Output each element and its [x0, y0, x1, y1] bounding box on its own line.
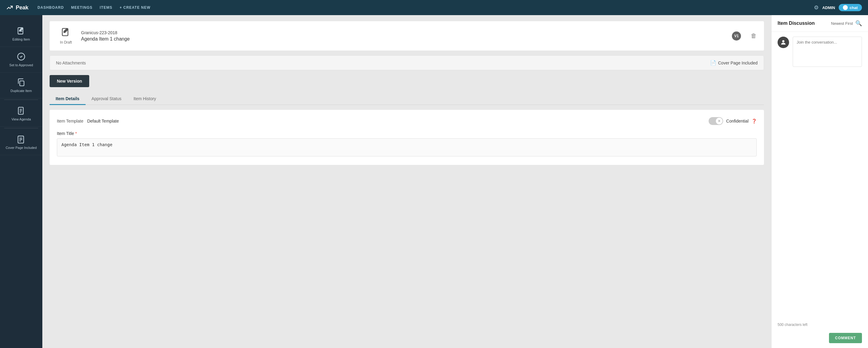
item-status: In Draft [57, 40, 75, 45]
template-row: Item Template Default Template ✕ Confide… [57, 117, 757, 125]
svg-rect-2 [20, 81, 24, 86]
confidential-toggle[interactable]: ✕ [709, 117, 723, 125]
admin-label: ADMIN [822, 5, 835, 10]
item-title-label: Item Title * [57, 131, 757, 136]
sidebar: Editing Item Set to Approved Duplicate I… [0, 15, 42, 348]
nav-items[interactable]: ITEMS [100, 5, 113, 10]
edit-icon [17, 27, 25, 35]
top-navigation: Peak DASHBOARD MEETINGS ITEMS + CREATE N… [0, 0, 868, 15]
chat-bubble-icon [843, 5, 848, 10]
document-icon [17, 107, 25, 115]
required-marker: * [75, 131, 77, 136]
confidential-row: ✕ Confidential ❓ [709, 117, 757, 125]
cover-page-included: 📄 Cover Page Included [710, 60, 757, 66]
user-avatar-icon [780, 39, 787, 46]
panel-title: Item Discussion [778, 21, 815, 26]
panel-body: 500 characters left COMMENT [772, 32, 868, 348]
item-version-badge: V1 [732, 31, 741, 40]
nav-create-new[interactable]: + CREATE NEW [120, 5, 150, 10]
cover-page-icon: 📄 [710, 60, 716, 66]
item-edit-icon [61, 27, 71, 37]
filter-icon[interactable]: 🔍 [855, 20, 862, 27]
filter-label: Newest First [831, 21, 853, 26]
attachments-bar: No Attachments 📄 Cover Page Included [50, 55, 764, 70]
tab-item-details[interactable]: Item Details [50, 93, 86, 105]
item-subtitle: Agenda Item 1 change [81, 36, 726, 42]
cover-page-label: Cover Page Included [718, 60, 757, 65]
template-label: Item Template [57, 119, 84, 123]
item-card: In Draft Granicus-223-2018 Agenda Item 1… [50, 21, 764, 51]
tab-approval-status[interactable]: Approval Status [86, 93, 128, 105]
sidebar-item-cover-page[interactable]: Cover Page Included [0, 129, 42, 155]
sidebar-set-approved-label: Set to Approved [9, 63, 33, 67]
logo[interactable]: Peak [6, 4, 28, 11]
nav-meetings[interactable]: MEETINGS [71, 5, 93, 10]
delete-icon[interactable]: 🗑 [751, 32, 757, 39]
item-title-input[interactable]: Agenda Item 1 change [57, 138, 757, 156]
new-version-button[interactable]: New Version [50, 75, 89, 87]
logo-text: Peak [16, 4, 28, 11]
comment-btn-row: COMMENT [778, 330, 862, 343]
sidebar-item-editing-item[interactable]: Editing Item [0, 21, 42, 47]
comment-area [778, 37, 862, 318]
comment-input[interactable] [793, 37, 862, 67]
panel-header: Item Discussion Newest First 🔍 [772, 15, 868, 32]
sidebar-item-duplicate-item[interactable]: Duplicate Item [0, 72, 42, 98]
nav-links: DASHBOARD MEETINGS ITEMS + CREATE NEW [37, 5, 805, 10]
details-section: Item Template Default Template ✕ Confide… [50, 110, 764, 165]
item-tabs: Item Details Approval Status Item Histor… [50, 93, 764, 105]
chat-button[interactable]: chat [839, 4, 862, 11]
item-info: Granicus-223-2018 Agenda Item 1 change [81, 30, 726, 42]
confidential-label: Confidential [726, 119, 748, 123]
chars-left-label: 500 characters left [778, 323, 862, 327]
tab-item-history[interactable]: Item History [127, 93, 162, 105]
sidebar-item-view-agenda[interactable]: View Agenda [0, 101, 42, 127]
item-card-icon-area: In Draft [57, 27, 75, 45]
comment-button[interactable]: COMMENT [829, 333, 862, 343]
right-panel: Item Discussion Newest First 🔍 500 chara… [771, 15, 868, 348]
toggle-knob: ✕ [716, 118, 722, 124]
nav-dashboard[interactable]: DASHBOARD [37, 5, 64, 10]
gear-icon[interactable]: ⚙ [814, 4, 819, 11]
main-content: In Draft Granicus-223-2018 Agenda Item 1… [42, 15, 771, 348]
sidebar-cover-page-label: Cover Page Included [6, 146, 37, 149]
duplicate-icon [17, 78, 25, 87]
sidebar-view-agenda-label: View Agenda [11, 117, 31, 121]
item-title-field: Item Title * Agenda Item 1 change [57, 131, 757, 158]
chat-label: chat [849, 5, 858, 10]
template-value: Default Template [87, 119, 119, 123]
item-id: Granicus-223-2018 [81, 30, 726, 35]
help-icon[interactable]: ❓ [751, 119, 757, 123]
sidebar-divider [4, 99, 38, 100]
sidebar-editing-item-label: Editing Item [12, 37, 30, 41]
cover-page-icon [17, 135, 25, 143]
no-attachments-label: No Attachments [56, 60, 86, 65]
main-layout: Editing Item Set to Approved Duplicate I… [0, 15, 868, 348]
sidebar-item-set-to-approved[interactable]: Set to Approved [0, 47, 42, 72]
panel-filter: Newest First 🔍 [831, 20, 862, 27]
svg-point-12 [782, 40, 784, 42]
avatar [778, 37, 789, 48]
check-circle-icon [17, 52, 25, 61]
template-field: Item Template Default Template [57, 118, 119, 124]
sidebar-duplicate-label: Duplicate Item [10, 89, 32, 93]
nav-right: ⚙ ADMIN chat [814, 4, 862, 11]
